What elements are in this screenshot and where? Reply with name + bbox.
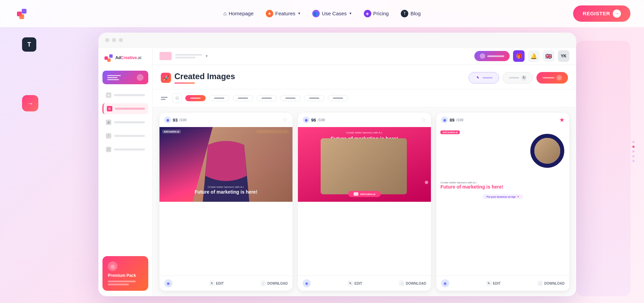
nav-link-homepage[interactable]: ⌂ Homepage <box>223 11 253 17</box>
filter-chip-1[interactable] <box>185 95 206 101</box>
filter-row <box>153 89 576 107</box>
nav-link-pricing[interactable]: ◈ Pricing <box>364 10 389 17</box>
sidebar-item-5[interactable]: ☑ <box>102 144 148 155</box>
ad1-text-overlay: Create better banners with A.I. Future o… <box>164 185 288 195</box>
sidebar-nav-button[interactable] <box>102 71 148 84</box>
card-3-image: AdCreative.ai Create better banners with… <box>436 127 569 275</box>
refresh-action-button[interactable]: ↻ <box>503 72 533 84</box>
header-bar-group <box>175 54 202 58</box>
card-1-download-btn[interactable]: ↓ DOWNLOAD <box>261 281 288 286</box>
filter-lines-icon <box>161 97 168 100</box>
card-1-edit-label: EDIT <box>216 282 224 285</box>
ad3-text-area: Create better banners with A.I. Future o… <box>440 181 529 190</box>
ad3-text-small: Create better banners with A.I. <box>440 181 529 184</box>
gift-button[interactable]: 🎁 <box>513 50 525 62</box>
nav-bar-3 <box>107 79 119 80</box>
browser-dot-3 <box>119 38 123 42</box>
premium-pack[interactable]: ◎ Premium Pack <box>102 256 148 291</box>
card-2-header: ◉ 96 /100 ☆ <box>298 113 431 127</box>
right-panel: ▾ 🎁 🔔 🇬🇧 <box>153 48 576 296</box>
create-btn-bar <box>487 55 504 57</box>
ad-creative-2: Create better banners with A.I. Future o… <box>298 127 431 202</box>
sidebar: AdCreative.ai ★ ⊞ <box>98 48 153 296</box>
filter-chip-7[interactable] <box>328 95 348 101</box>
download-all-button[interactable]: ↓ <box>536 72 568 84</box>
ad2-btn-text: AdCreative.ai <box>360 193 375 195</box>
browser-window: AdCreative.ai ★ ⊞ <box>98 33 576 296</box>
card-3-download-btn[interactable]: ↓ DOWNLOAD <box>537 281 565 286</box>
nav-link-use-cases[interactable]: 👥 Use Cases <box>312 10 352 17</box>
score-icon-1: ◉ <box>164 117 171 123</box>
card-2-download-label: DOWNLOAD <box>406 282 426 285</box>
nav-blog-label: Blog <box>411 11 421 16</box>
refresh-btn-bar <box>509 77 519 78</box>
filter-line-2 <box>161 99 166 100</box>
flag-icon: 🇬🇧 <box>545 53 552 59</box>
app-layout: AdCreative.ai ★ ⊞ <box>98 48 576 296</box>
filter-grid-button[interactable] <box>172 93 182 103</box>
sidebar-item-4[interactable]: T <box>102 130 148 141</box>
grid-icon <box>175 96 179 100</box>
ad-creative-3: AdCreative.ai Create better banners with… <box>436 127 569 202</box>
logo[interactable] <box>14 5 30 22</box>
right-dot-2 <box>632 146 634 148</box>
premium-pack-title: Premium Pack <box>108 273 143 278</box>
card-1-score-num: 93 <box>173 118 177 123</box>
card-1-edit-btn[interactable]: ✎ EDIT <box>209 281 224 286</box>
create-button[interactable] <box>474 51 510 61</box>
card-3-score: ◉ 89 /100 <box>441 117 463 123</box>
card-3-edit-btn[interactable]: ✎ EDIT <box>486 281 501 286</box>
page-title-wrapper: Created Images <box>174 72 235 84</box>
browser-titlebar <box>98 33 576 48</box>
refresh-icon: ↻ <box>521 75 527 81</box>
filter-chip-6[interactable] <box>304 95 324 101</box>
filter-line-1 <box>161 97 168 98</box>
left-arrow-button[interactable]: → <box>22 95 38 111</box>
user-avatar[interactable]: YK <box>558 50 569 62</box>
card-3-score-num: 89 <box>450 118 454 123</box>
nav-link-blog[interactable]: T Blog <box>401 10 421 17</box>
arrow-right-icon: → <box>27 100 34 107</box>
ad3-circle <box>530 134 564 168</box>
edit-footer-icon-3: ✎ <box>486 281 492 286</box>
nav-homepage-label: Homepage <box>229 11 253 16</box>
nav-link-features[interactable]: ★ Features <box>266 10 300 17</box>
filter-chip-3[interactable] <box>233 95 253 101</box>
edit-btn-bar <box>482 77 493 78</box>
sidebar-item-1[interactable]: ★ <box>102 90 148 101</box>
language-button[interactable]: 🇬🇧 <box>543 50 554 62</box>
filter-chip-2[interactable] <box>209 95 229 101</box>
sidebar-icon-4: T <box>106 133 111 139</box>
card-2-edit-btn[interactable]: ✎ EDIT <box>348 281 362 286</box>
ad1-text-small: Create better banners with A.I. <box>164 185 288 189</box>
filter-chip-4[interactable] <box>257 95 277 101</box>
people-icon: 👥 <box>312 10 320 17</box>
browser-dot-1 <box>105 38 109 42</box>
card-2-download-btn[interactable]: ↓ DOWNLOAD <box>399 281 426 286</box>
sidebar-bar-2 <box>115 108 145 110</box>
create-btn-dot <box>480 53 485 59</box>
edit-footer-icon-2: ✎ <box>348 281 353 286</box>
left-t-icon: T <box>22 37 36 52</box>
card-2-star[interactable]: ☆ <box>421 116 426 124</box>
header-chevron-icon: ▾ <box>206 54 208 58</box>
card-1-star[interactable]: ☆ <box>282 116 288 124</box>
content-actions: ✎ ↻ ↓ <box>469 72 568 84</box>
card-1-score-denom: /100 <box>179 118 186 122</box>
sidebar-item-2[interactable]: ⊞ <box>102 103 148 114</box>
card-3-footer: ◉ ✎ EDIT ↓ DOWNLOAD <box>436 275 569 291</box>
edit-action-button[interactable]: ✎ <box>469 72 499 84</box>
ad2-photo <box>321 138 407 194</box>
notifications-button[interactable]: 🔔 <box>528 50 539 62</box>
ad3-logo: AdCreative.ai <box>440 130 460 134</box>
card-3-footer-icon: ◉ <box>441 279 449 287</box>
sidebar-item-3[interactable]: ▣ <box>102 117 148 128</box>
register-button[interactable]: REGISTER → <box>573 5 630 22</box>
card-3-edit-label: EDIT <box>493 282 501 285</box>
card-3-star[interactable]: ★ <box>559 116 565 124</box>
bell-icon: 🔔 <box>530 53 537 59</box>
filter-chip-5[interactable] <box>280 95 301 101</box>
nav-bar-group <box>107 75 121 80</box>
card-2-image: Create better banners with A.I. Future o… <box>298 127 431 275</box>
nav-circle-icon <box>137 74 144 81</box>
